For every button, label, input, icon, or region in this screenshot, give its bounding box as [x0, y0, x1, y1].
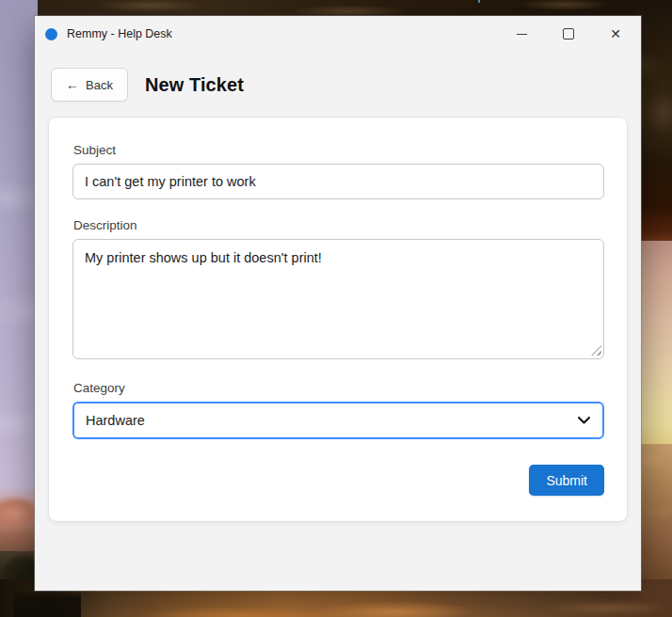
- submit-row: Submit: [72, 465, 604, 496]
- window-title: Remmy - Help Desk: [67, 27, 172, 40]
- category-selected-value: Hardware: [86, 413, 145, 428]
- category-select[interactable]: Hardware: [72, 402, 604, 439]
- back-button-label: Back: [86, 78, 113, 92]
- minimize-icon: [517, 34, 527, 35]
- app-icon: [45, 28, 57, 40]
- page-title: New Ticket: [145, 74, 244, 96]
- submit-button[interactable]: Submit: [529, 465, 604, 496]
- wallpaper-detail: [478, 0, 480, 12]
- title-bar[interactable]: Remmy - Help Desk ✕: [35, 16, 641, 52]
- close-button[interactable]: ✕: [594, 16, 637, 52]
- description-textarea[interactable]: [72, 239, 604, 359]
- back-arrow-icon: ←: [66, 77, 79, 92]
- back-button[interactable]: ← Back: [51, 68, 128, 102]
- subject-input[interactable]: [72, 164, 604, 199]
- new-ticket-form: Subject Description Category Hardware Su…: [49, 118, 627, 521]
- maximize-button[interactable]: [547, 16, 590, 52]
- chevron-down-icon: [578, 417, 590, 424]
- category-label: Category: [73, 381, 604, 395]
- window-controls: ✕: [500, 16, 641, 52]
- description-field-wrap: [72, 239, 604, 359]
- description-label: Description: [73, 218, 604, 232]
- page-header: ← Back New Ticket: [51, 68, 641, 102]
- minimize-button[interactable]: [500, 16, 543, 52]
- maximize-icon: [563, 28, 574, 40]
- app-window: Remmy - Help Desk ✕ ← Back New Ticket Su…: [35, 16, 641, 591]
- subject-label: Subject: [73, 143, 604, 157]
- close-icon: ✕: [610, 27, 621, 40]
